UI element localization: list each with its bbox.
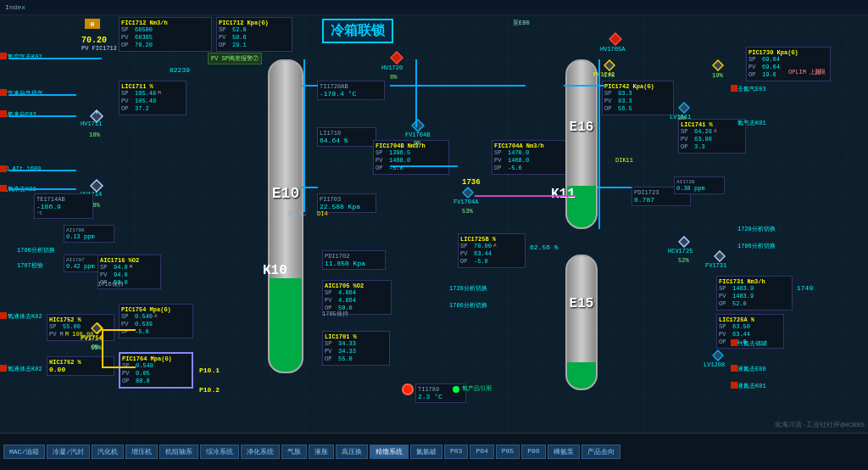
label-nitrogen-e03: 氮氧来自E03	[2, 110, 36, 119]
FIC1712-box[interactable]: FIC1712 Nm3/h SP68500 PV68385 OP70.20	[119, 17, 212, 52]
svg-marker-13	[715, 251, 725, 261]
analysis-1706-label: 1706分析切换	[17, 246, 55, 255]
LV1704B-tag: FV1704B	[405, 131, 430, 138]
label-rich-air-K02: 富氧空气去K02	[2, 53, 42, 61]
LI1710-box: LI1710 64.64 %	[317, 127, 376, 147]
val-62-56: 62.56 %	[530, 243, 559, 251]
alarm-indicator-7	[0, 365, 7, 372]
pipe-y-2	[102, 366, 136, 368]
label-1716: 1716保持	[97, 280, 124, 288]
label-1706b-analysis: 1706分析切换	[449, 301, 487, 310]
index-label: Index	[5, 3, 25, 11]
svg-marker-2	[91, 180, 103, 192]
bottom-tab-12[interactable]: P03	[444, 445, 468, 459]
FIC1731-box[interactable]: FIC1731 Nm3/h SP1483.9 PV1483.9 OP52.0	[716, 276, 793, 311]
pipe-left-1	[8, 58, 102, 59]
label-rich-liquid: 富氧液体去K02	[2, 365, 42, 373]
label-hi-K02: 富氧液体去K02	[2, 312, 42, 321]
valve-82239-value: 82239	[170, 66, 190, 74]
PDI1702-box: PDI1702 11.850 Kpa	[322, 250, 386, 270]
pipe-p-2	[551, 195, 576, 197]
LIC1725B-box[interactable]: LIC1725B % SP78.00A PV63.44 OP-5.0	[458, 233, 526, 268]
E15-vessel: E15	[565, 255, 598, 390]
label-nitrogen-K01: 液氮去K01	[737, 382, 766, 390]
svg-marker-6	[412, 120, 424, 131]
FIC1704B-box[interactable]: FIC1704B Nm3/h SP1396.5 PV1468.0 OP-5.0	[373, 140, 449, 175]
pipe-left-2	[8, 94, 76, 96]
PIC1712-box[interactable]: PIC1712 Kpa(G) SP52.0 PV50.6 OP29.1	[216, 17, 292, 52]
bottom-tab-13[interactable]: P04	[470, 445, 493, 459]
bottom-tab-9[interactable]: 高压换	[336, 445, 368, 459]
TE1714AB-box: TE1714AB -186.9 °C	[34, 193, 93, 219]
bottom-navigation: MAC/油箱冷凝/汽封汽化机增压机机组轴系综冷系统净化系统气胀液胀高压换精馏系统…	[0, 433, 868, 470]
label-liquid-N2: 液氮去E80	[737, 365, 766, 373]
svg-marker-5	[391, 52, 403, 64]
bottom-tab-3[interactable]: 增压机	[125, 445, 158, 459]
AI1706-box: AI1706 0.13 ppm	[64, 225, 114, 243]
pos-1707-label: 1707校验	[17, 261, 43, 270]
PV1742-pct: 57%	[604, 72, 615, 79]
LV1704B-pct: 0%	[414, 140, 420, 147]
bottom-tab-11[interactable]: 氮氩破	[410, 445, 442, 459]
alarm-indicator-10	[731, 365, 737, 372]
bottom-tab-10[interactable]: 精馏系统	[370, 445, 409, 459]
PIC1764-box[interactable]: PIC1764 Mpa(G) SP0.540 PV0.05 OP80.0	[119, 352, 193, 389]
bottom-tab-8[interactable]: 液胀	[309, 445, 334, 459]
pipe-left-3	[8, 115, 76, 117]
bottom-tab-2[interactable]: 汽化机	[92, 445, 124, 459]
pipe-left-5	[8, 188, 76, 190]
bottom-tab-15[interactable]: P06	[521, 445, 545, 459]
pipe-left-4	[8, 170, 76, 171]
HV1720-pct: 8%	[390, 74, 397, 81]
LV1741-pct: 3%	[678, 115, 685, 121]
bottom-tab-0[interactable]: MAC/油箱	[3, 445, 45, 459]
label-to-E80: 至E80	[513, 19, 530, 27]
alarm-indicator-11	[731, 382, 737, 389]
AI1728-box: AI1728 0.38 ppm	[674, 176, 725, 194]
pipe-m-4	[390, 165, 458, 167]
HV1705A-tag: HV1705A	[600, 46, 625, 53]
HV1711-pct: 18%	[89, 131, 100, 138]
oxygen-product-dot	[453, 386, 459, 393]
PIC1730-box[interactable]: PIC1730 Kpa(G) SP69.04 PV69.04 OP19.0	[746, 47, 831, 81]
alarm-indicator-9	[731, 339, 737, 346]
watermark: 化海川流·工业社社评@HCBBS	[775, 420, 865, 429]
FV1704A-tag: FV1704A	[453, 199, 478, 205]
bottom-tab-5[interactable]: 综冷系统	[200, 445, 239, 459]
bottom-tab-17[interactable]: 产品去向	[581, 445, 620, 459]
svg-marker-15	[92, 323, 102, 333]
bottom-tab-4[interactable]: 机组轴系	[159, 445, 198, 459]
bottom-tab-7[interactable]: 气胀	[281, 445, 307, 459]
FIC1704A-box[interactable]: FIC1704A Nm3/h SP1470.0 PV1468.0 DP-5.0	[492, 140, 568, 175]
bottom-tab-14[interactable]: P05	[496, 445, 520, 459]
bottom-tab-1[interactable]: 冷凝/汽封	[47, 445, 90, 459]
bottom-tab-6[interactable]: 净化系统	[241, 445, 280, 459]
HV1720-tag: HV1720	[381, 64, 403, 71]
DI4-tag: DI4	[317, 210, 328, 217]
shangxian-label: 上限	[814, 68, 826, 76]
HV1711-tag: HV1711	[81, 120, 102, 127]
FIC1712-op-big: 70.20 PV FIC1712	[81, 36, 117, 52]
alarm-indicator-3	[0, 110, 7, 117]
LIC1741-box[interactable]: LIC1741 % SP64.28A PV63.98 OP3.3	[678, 119, 746, 154]
label-1728-right: 1728分析切换	[737, 225, 776, 233]
val-1749: 1749	[797, 284, 813, 292]
PV1714-pct: 55%	[91, 344, 102, 351]
svg-marker-14	[713, 350, 723, 361]
LIC1711-box[interactable]: LIC1711 % SP105.48M PV105.48 OP37.2	[119, 81, 186, 115]
alarm-indicator-4	[0, 165, 7, 172]
label-1705: 1705保持	[322, 310, 348, 318]
label-nitrogen-K02-out: 氮气去K01	[737, 119, 766, 127]
alarm-indicator-8	[731, 85, 737, 92]
svg-marker-11	[713, 60, 723, 70]
PIC1742-box[interactable]: PIC1742 Kpa(G) SP93.3 PV93.3 OP56.5	[602, 81, 674, 115]
PV1714-tag: PV1714	[81, 335, 102, 342]
bottom-tab-16[interactable]: 稀氩泵	[548, 445, 580, 459]
pipe-y-1	[102, 329, 136, 331]
K11-label: K11	[551, 187, 576, 202]
pipe-p-1	[475, 195, 551, 197]
PIC1754-box[interactable]: PIC1754 Mpa(G) SP0.540A PV0.539 OP-5.0	[119, 304, 193, 339]
LIC1701-box[interactable]: LIC1701 % SP34.33 PV34.33 OP55.0	[322, 331, 390, 366]
alarm-indicator-1	[0, 53, 7, 59]
TI1720AB-box: TI1720AB -178.4 °C	[317, 81, 385, 100]
